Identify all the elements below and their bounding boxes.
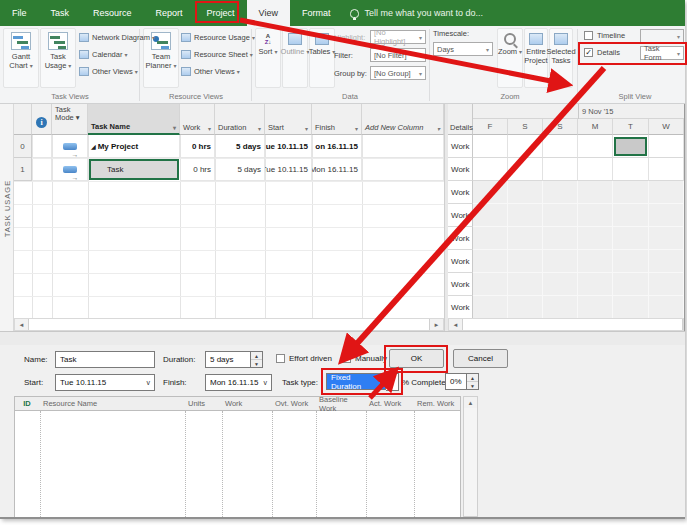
tab-report[interactable]: Report (144, 0, 195, 26)
scroll-up-icon[interactable]: ▲ (464, 397, 477, 408)
tab-task[interactable]: Task (39, 0, 82, 26)
work-cell[interactable]: 0 hrs (180, 135, 215, 158)
timephased-cell[interactable] (613, 158, 649, 181)
filter-combo[interactable]: [No Filter]▾ (370, 48, 426, 62)
timephased-cell[interactable] (578, 158, 613, 181)
resource-column-act-work[interactable]: Act. Work (366, 397, 414, 410)
timephased-cell[interactable] (649, 227, 684, 250)
column-header-dur[interactable]: Duration▾ (215, 104, 265, 135)
timephased-cell[interactable] (578, 181, 613, 204)
resource-column-baseline-work[interactable]: Baseline Work (316, 397, 366, 410)
fin-cell[interactable]: Mon 16.11.15 (312, 158, 362, 181)
resource-column-id[interactable]: ID (14, 397, 40, 410)
tab-resource[interactable]: Resource (81, 0, 144, 26)
start-combo[interactable]: Tue 10.11.15v (55, 374, 155, 391)
view-button-other-views[interactable]: Other Views (181, 64, 240, 79)
row-number[interactable]: 1 (14, 158, 32, 181)
task-type-combo[interactable]: Fixed Duration (326, 373, 386, 390)
timephased-cell[interactable] (543, 250, 578, 273)
day-header-3[interactable]: M (578, 119, 613, 135)
duration-input[interactable]: 5 days (205, 351, 251, 368)
timephased-cell[interactable] (543, 296, 578, 319)
column-header-fin[interactable]: Finish▾ (312, 104, 362, 135)
timephased-cell[interactable] (578, 250, 613, 273)
timephased-cell[interactable] (649, 296, 684, 319)
right-horizontal-scrollbar[interactable]: ◄ (448, 318, 684, 331)
selected-timeline-cell[interactable] (614, 137, 647, 156)
day-header-1[interactable]: S (508, 119, 543, 135)
scrollbar-thumb[interactable] (28, 319, 430, 330)
scroll-right-icon[interactable]: ► (430, 319, 443, 330)
pct-complete-input[interactable]: 0% (445, 373, 467, 390)
timescale-combo[interactable]: Days▾ (433, 42, 493, 56)
tables-button[interactable]: Tables (309, 28, 335, 88)
details-checkbox-row[interactable]: ✓ Details (584, 48, 620, 57)
timephased-cell[interactable] (508, 250, 543, 273)
resource-column-work[interactable]: Work (222, 397, 272, 410)
spin-down-icon[interactable]: ▼ (467, 382, 478, 389)
entire-project-button[interactable]: Entire Project (524, 28, 548, 88)
work-row-label[interactable]: Work (448, 227, 473, 250)
view-splitter[interactable] (0, 331, 685, 345)
details-column-header[interactable]: Details (448, 104, 473, 135)
timephased-cell[interactable] (649, 250, 684, 273)
timephased-cell[interactable] (473, 135, 508, 158)
resource-vertical-scrollbar[interactable]: ▲ (463, 396, 478, 517)
timephased-cell[interactable] (543, 158, 578, 181)
day-header-2[interactable]: S (543, 119, 578, 135)
work-row-label[interactable]: Work (448, 204, 473, 227)
task-mode-cell[interactable] (52, 158, 88, 181)
timephased-cell[interactable] (613, 296, 649, 319)
task-type-chevron-icon[interactable]: v (386, 373, 399, 391)
tab-format[interactable]: Format (290, 0, 343, 26)
column-header-num[interactable] (14, 104, 32, 135)
view-button-resource-usage[interactable]: Resource Usage (181, 30, 255, 45)
dur-cell[interactable]: 5 days (215, 135, 265, 158)
timeline-checkbox[interactable] (584, 31, 593, 40)
view-button-calendar[interactable]: Calendar (79, 47, 127, 62)
scroll-left-icon[interactable]: ◄ (449, 319, 462, 330)
timephased-cell[interactable] (508, 296, 543, 319)
work-cell[interactable]: 0 hrs (180, 158, 215, 181)
timephased-cell[interactable] (649, 135, 684, 158)
timephased-cell[interactable] (649, 204, 684, 227)
info-cell[interactable] (32, 135, 52, 158)
manually-scheduled-checkbox[interactable] (342, 354, 351, 363)
tab-project[interactable]: Project (195, 0, 247, 26)
selected-tasks-button[interactable]: Selected Tasks (549, 28, 573, 88)
group-by-combo[interactable]: [No Group]▾ (370, 66, 426, 80)
name-input[interactable]: Task (55, 351, 155, 368)
task-name-cell-selected[interactable]: Task (89, 159, 179, 180)
finish-combo[interactable]: Mon 16.11.15v (205, 374, 272, 391)
zoom-button[interactable]: Zoom (497, 28, 523, 88)
task-name-cell[interactable]: ◢My Project (88, 135, 180, 158)
column-header-start[interactable]: Start▾ (265, 104, 312, 135)
work-row-label[interactable]: Work (448, 181, 473, 204)
timephased-cell[interactable] (613, 204, 649, 227)
timephased-cell[interactable] (543, 227, 578, 250)
pct-spinner[interactable]: ▲▼ (467, 373, 479, 390)
dur-cell[interactable]: 5 days (215, 158, 265, 181)
timephased-cell[interactable] (613, 227, 649, 250)
outline-button[interactable]: Outline (282, 28, 308, 88)
resource-column-rem-work[interactable]: Rem. Work (414, 397, 461, 410)
work-row-label[interactable]: Work (448, 296, 473, 319)
resource-column-units[interactable]: Units (185, 397, 222, 410)
fin-cell[interactable]: on 16.11.15 (312, 135, 362, 158)
timephased-cell[interactable] (578, 273, 613, 296)
timephased-cell[interactable] (543, 135, 578, 158)
spin-up-icon[interactable]: ▲ (251, 352, 262, 360)
timephased-cell[interactable] (473, 227, 508, 250)
resource-column-ovt-work[interactable]: Ovt. Work (272, 397, 316, 410)
details-view-combo[interactable]: Task Form▾ (640, 46, 684, 60)
timephased-cell[interactable] (473, 181, 508, 204)
timephased-cell[interactable] (473, 250, 508, 273)
work-row-label[interactable]: Work (448, 158, 473, 181)
timephased-cell[interactable] (613, 273, 649, 296)
tab-view[interactable]: View (247, 0, 290, 26)
column-header-info[interactable]: i (32, 104, 52, 135)
info-cell[interactable] (32, 158, 52, 181)
scroll-left-icon[interactable]: ◄ (15, 319, 28, 330)
column-header-work[interactable]: Work▾ (180, 104, 215, 135)
effort-driven-checkbox-row[interactable]: Effort driven (276, 354, 332, 363)
